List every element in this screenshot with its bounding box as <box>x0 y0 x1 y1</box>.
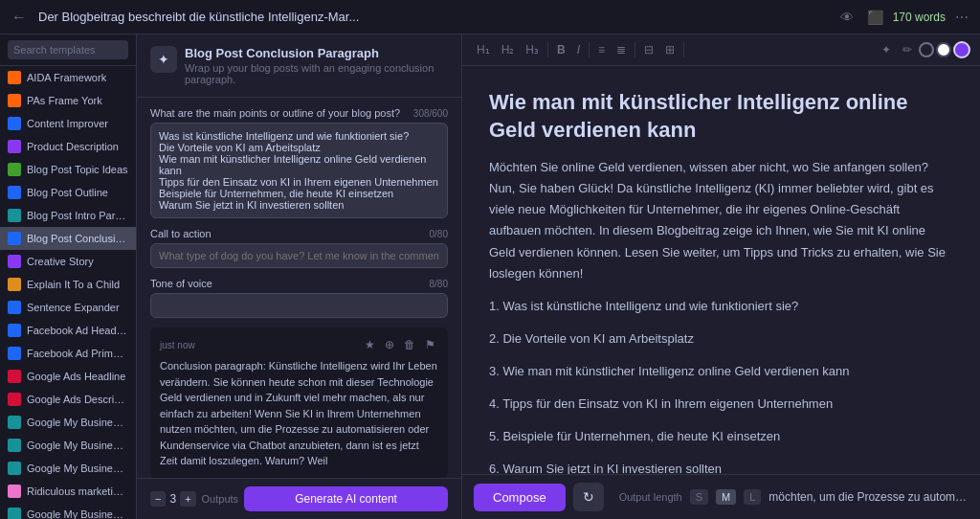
back-button[interactable]: ← <box>8 9 31 26</box>
editor-toolbar: H₁ H₂ H₃ B I ≡ ≣ ⊟ ⊞ ✦ ✏ <box>462 34 980 66</box>
blog-conclusion-icon <box>8 232 21 245</box>
middle-panel: ✦ Blog Post Conclusion Paragraph Wrap up… <box>137 34 462 519</box>
editor-paragraph: 4. Tipps für den Einsatz von KI in Ihrem… <box>489 394 953 415</box>
sidebar-item-aida[interactable]: AIDA Framework <box>0 66 136 89</box>
sidebar-item-fb-headline[interactable]: Facebook Ad Headline <box>0 319 136 342</box>
main-area: AIDA FrameworkPAs Frame YorkContent Impr… <box>0 34 980 519</box>
sidebar-item-creative[interactable]: Creative Story <box>0 250 136 273</box>
editor-paragraph: 1. Was ist künstliche Intelligenz und wi… <box>489 296 953 317</box>
sidebar-item-label: Google My Business - Produ... <box>27 463 128 474</box>
sidebar-item-fb-primary[interactable]: Facebook Ad Primary Text <box>0 342 136 365</box>
editor-paragraph: Möchten Sie online Geld verdienen, wisse… <box>489 157 953 284</box>
bold-button[interactable]: B <box>552 40 570 59</box>
sidebar-item-google-headline[interactable]: Google Ads Headline <box>0 365 136 388</box>
main-points-textarea[interactable]: Was ist künstliche Intelligenz und wie f… <box>150 123 448 218</box>
editor-paragraphs: Möchten Sie online Geld verdienen, wisse… <box>489 157 953 474</box>
output-item-actions: ★ ⊕ 🗑 ⚑ <box>362 337 438 352</box>
fb-primary-icon <box>8 347 21 360</box>
sidebar-item-label: Content Improver <box>27 118 108 129</box>
main-points-label-row: What are the main points or outline of y… <box>150 107 448 119</box>
sidebar-item-product[interactable]: Product Description <box>0 135 136 158</box>
link-button[interactable]: ⊟ <box>639 40 658 59</box>
pas-icon <box>8 94 21 107</box>
sidebar-item-label: Ridiculous marketing ideas <box>27 485 128 497</box>
h2-button[interactable]: H₂ <box>497 40 520 59</box>
sidebar-item-blog-outline[interactable]: Blog Post Outline <box>0 181 136 204</box>
sidebar-item-sentence[interactable]: Sentence Expander <box>0 296 136 319</box>
sidebar-item-pas[interactable]: PAs Frame York <box>0 89 136 112</box>
increment-count-button[interactable]: + <box>180 491 195 507</box>
generate-button[interactable]: Generate AI content <box>244 486 448 511</box>
color-white-button[interactable] <box>936 42 951 57</box>
editor-bottom: Compose ↻ Output length S M L möchten, u… <box>462 474 980 519</box>
sidebar-item-label: Google Ads Headline <box>27 371 125 382</box>
editor-paragraph: 2. Die Vorteile von KI am Arbeitsplatz <box>489 328 953 350</box>
sidebar-item-blog-ideas[interactable]: Blog Post Topic Ideas <box>0 158 136 181</box>
outputs-count: − 3 + <box>150 491 196 507</box>
explain-icon <box>8 278 21 291</box>
editor-content[interactable]: Wie man mit künstlicher Intelligenz onli… <box>462 66 980 474</box>
topbar: ← Der Blogbeitrag beschreibt die künstli… <box>0 0 980 34</box>
sidebar-item-gmb-offer[interactable]: Google My Business - Offer ... <box>0 503 136 519</box>
main-points-label: What are the main points or outline of y… <box>150 107 400 119</box>
content-icon <box>8 117 21 130</box>
count-number: 3 <box>169 492 176 506</box>
sidebar-item-label: Blog Post Topic Ideas <box>27 164 128 175</box>
length-s-button[interactable]: S <box>690 489 708 505</box>
sidebar-item-gmb-produ[interactable]: Google My Business - Produ... <box>0 457 136 480</box>
flag-button[interactable]: ⚑ <box>422 337 438 352</box>
edit-icon-button[interactable]: ✏ <box>898 40 917 59</box>
sidebar-item-blog-intro[interactable]: Blog Post Intro Paragraph <box>0 204 136 227</box>
sidebar-item-content[interactable]: Content Improver <box>0 112 136 135</box>
google-headline-icon <box>8 370 21 383</box>
main-points-count: 308/600 <box>413 108 448 119</box>
sidebar-item-blog-conclusion[interactable]: Blog Post Conclusion Parag... <box>0 227 136 250</box>
h3-button[interactable]: H₃ <box>521 40 544 59</box>
menu-icon[interactable]: ⋯ <box>951 8 972 27</box>
main-points-group: What are the main points or outline of y… <box>150 107 448 218</box>
toolbar-sep-4 <box>683 42 684 57</box>
sidebar-item-gmb-what[interactable]: Google My Business - What'... <box>0 411 136 434</box>
template-title: Blog Post Conclusion Paragraph <box>185 46 448 60</box>
sidebar-item-ridiculous[interactable]: Ridiculous marketing ideas <box>0 480 136 503</box>
sidebar-item-label: Blog Post Outline <box>27 187 108 198</box>
delete-button[interactable]: 🗑 <box>401 337 418 352</box>
eye-icon[interactable]: 👁 <box>836 8 858 27</box>
color-purple-button[interactable] <box>953 41 970 58</box>
length-m-button[interactable]: M <box>716 489 736 505</box>
output-text: Conclusion paragraph: Künstliche Intelli… <box>160 358 438 469</box>
h1-button[interactable]: H₁ <box>472 40 495 59</box>
sidebar-item-label: Creative Story <box>27 256 94 267</box>
compose-button[interactable]: Compose <box>474 484 566 511</box>
copy-button[interactable]: ⊕ <box>382 337 397 352</box>
sidebar-item-label: AIDA Framework <box>27 72 106 83</box>
layout-icon[interactable]: ⬛ <box>863 8 887 27</box>
template-header: ✦ Blog Post Conclusion Paragraph Wrap up… <box>137 34 461 98</box>
image-button[interactable]: ⊞ <box>660 40 679 59</box>
cta-label-row: Call to action 0/80 <box>150 228 448 239</box>
sidebar-item-google-desc[interactable]: Google Ads Description <box>0 388 136 411</box>
list-ul-button[interactable]: ≡ <box>593 40 610 59</box>
sidebar-item-label: Google My Business - What'... <box>27 417 128 428</box>
list-ol-button[interactable]: ≣ <box>612 40 631 59</box>
sidebar-item-explain[interactable]: Explain It To a Child <box>0 273 136 296</box>
fb-headline-icon <box>8 324 21 337</box>
sparkle-button[interactable]: ✦ <box>877 40 896 59</box>
sidebar-item-label: Sentence Expander <box>27 302 120 313</box>
sidebar-item-gmb-event[interactable]: Google My Business - Event... <box>0 434 136 457</box>
italic-button[interactable]: I <box>572 40 585 59</box>
sidebar-item-label: Google Ads Description <box>27 394 128 405</box>
gmb-offer-icon <box>8 508 21 519</box>
word-count: 170 words <box>893 11 946 24</box>
tone-input[interactable]: Friendly <box>150 293 448 318</box>
color-dark-button[interactable] <box>919 42 934 57</box>
refresh-button[interactable]: ↻ <box>573 483 604 511</box>
sidebar-item-label: Facebook Ad Primary Text <box>27 348 128 359</box>
star-button[interactable]: ★ <box>362 337 378 352</box>
document-title: Der Blogbeitrag beschreibt die künstlich… <box>38 10 829 24</box>
length-l-button[interactable]: L <box>744 489 761 505</box>
sidebar-item-label: Google My Business - Offer ... <box>27 508 128 519</box>
decrement-count-button[interactable]: − <box>150 491 166 507</box>
cta-input[interactable] <box>150 243 448 268</box>
search-input[interactable] <box>8 40 128 59</box>
